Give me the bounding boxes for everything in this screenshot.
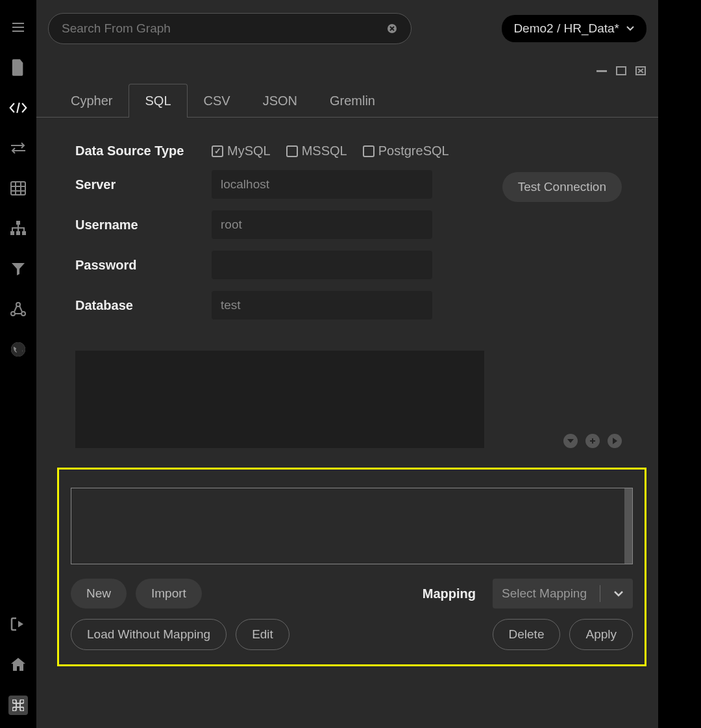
import-tabs: Cypher SQL CSV JSON Gremlin — [36, 83, 658, 118]
search-container — [48, 13, 412, 44]
edit-button[interactable]: Edit — [236, 619, 289, 650]
graph-icon[interactable] — [9, 300, 27, 318]
expand-down-icon[interactable] — [563, 434, 578, 448]
action-circle-buttons — [563, 434, 622, 448]
checkbox-icon — [363, 145, 375, 157]
svg-rect-13 — [16, 231, 20, 235]
username-label: Username — [75, 218, 212, 232]
checkbox-checked-icon — [212, 145, 223, 157]
svg-line-18 — [14, 306, 17, 312]
maximize-icon[interactable] — [615, 65, 627, 77]
table-icon[interactable] — [9, 179, 27, 197]
password-input[interactable] — [212, 251, 432, 279]
window-controls — [596, 65, 646, 77]
swap-icon[interactable] — [9, 139, 27, 157]
left-sidebar — [0, 0, 36, 728]
workspace-selector[interactable]: Demo2 / HR_Data* — [502, 15, 646, 42]
command-icon[interactable] — [8, 696, 28, 715]
svg-rect-11 — [16, 221, 20, 225]
play-icon[interactable] — [608, 434, 622, 448]
svg-line-19 — [19, 306, 22, 312]
preview-area — [75, 351, 484, 448]
datasource-mssql[interactable]: MSSQL — [286, 144, 347, 158]
datasource-postgresql[interactable]: PostgreSQL — [363, 144, 449, 158]
add-icon[interactable] — [585, 434, 600, 448]
file-icon[interactable] — [9, 58, 27, 77]
mapping-select[interactable]: Select Mapping — [493, 579, 633, 609]
minimize-icon[interactable] — [596, 65, 608, 77]
delete-button[interactable]: Delete — [493, 619, 561, 650]
svg-rect-14 — [22, 231, 26, 235]
username-input[interactable] — [212, 210, 432, 239]
chevron-down-icon — [626, 25, 635, 32]
query-textarea[interactable] — [71, 488, 633, 564]
close-icon[interactable] — [386, 23, 398, 34]
datasource-label: Data Source Type — [75, 144, 212, 158]
logout-icon[interactable] — [9, 615, 27, 633]
filter-icon[interactable] — [9, 260, 27, 278]
database-label: Database — [75, 298, 212, 313]
right-gutter — [658, 0, 701, 728]
svg-marker-31 — [613, 438, 617, 444]
sitemap-icon[interactable] — [9, 220, 27, 238]
import-button[interactable]: Import — [136, 579, 202, 609]
tab-csv[interactable]: CSV — [188, 84, 247, 118]
code-icon[interactable] — [9, 99, 27, 117]
tab-json[interactable]: JSON — [247, 84, 314, 118]
chevron-down-icon — [613, 590, 624, 597]
test-connection-button[interactable]: Test Connection — [502, 172, 622, 202]
workspace-label: Demo2 / HR_Data* — [513, 21, 619, 36]
tab-sql[interactable]: SQL — [129, 84, 187, 118]
main-panel: Demo2 / HR_Data* Cypher SQL CSV JSON Gre… — [36, 0, 658, 728]
mapping-placeholder: Select Mapping — [502, 586, 587, 601]
search-input[interactable] — [62, 21, 386, 36]
tab-cypher[interactable]: Cypher — [55, 84, 129, 118]
tab-gremlin[interactable]: Gremlin — [314, 84, 391, 118]
checkbox-icon — [286, 145, 298, 157]
database-input[interactable] — [212, 291, 432, 320]
svg-point-16 — [11, 312, 15, 316]
svg-rect-24 — [617, 67, 626, 75]
apply-button[interactable]: Apply — [569, 619, 633, 650]
password-label: Password — [75, 258, 212, 273]
svg-marker-28 — [567, 439, 574, 443]
datasource-options: MySQL MSSQL PostgreSQL — [212, 144, 449, 158]
load-without-mapping-button[interactable]: Load Without Mapping — [71, 619, 227, 650]
topbar: Demo2 / HR_Data* — [36, 0, 658, 44]
mapping-panel: New Import Mapping Select Mapping Load W… — [57, 468, 646, 666]
globe-icon[interactable] — [9, 340, 27, 358]
svg-point-17 — [21, 312, 25, 316]
home-icon[interactable] — [9, 655, 27, 673]
svg-rect-12 — [10, 231, 14, 235]
scrollbar[interactable] — [624, 488, 632, 564]
svg-line-3 — [17, 103, 19, 113]
sql-form: Data Source Type MySQL MSSQL PostgreSQL … — [36, 118, 658, 338]
new-button[interactable]: New — [71, 579, 127, 609]
svg-rect-23 — [596, 70, 607, 72]
server-input[interactable] — [212, 170, 432, 199]
menu-icon[interactable] — [9, 18, 27, 36]
datasource-mysql[interactable]: MySQL — [212, 144, 271, 158]
mapping-label: Mapping — [423, 586, 476, 601]
server-label: Server — [75, 177, 212, 192]
close-window-icon[interactable] — [635, 65, 646, 77]
svg-rect-6 — [11, 182, 25, 195]
